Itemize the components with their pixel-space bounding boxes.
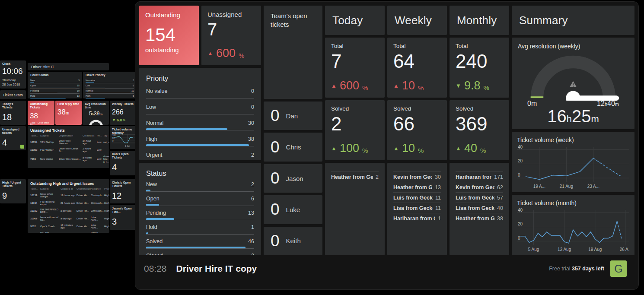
- up-arrow-icon: ▲: [393, 146, 399, 151]
- outstanding-tile: Outstanding 154 outstanding: [139, 6, 199, 65]
- bg-weekly-delta: ▼ 6.0%: [110, 116, 137, 122]
- down-arrow-icon: ▼: [456, 83, 461, 89]
- down-arrow-icon: ▼: [112, 118, 116, 122]
- bg-high-urgent-value: 9: [0, 188, 26, 201]
- clock-tile: Clock 10:06 Thursday 28 Jun 2018: [0, 60, 26, 89]
- table-row: 10152DH SHEFFIELD ERR...a day agoDriver …: [30, 207, 107, 215]
- svg-text:19 Aug: 19 Aug: [588, 247, 602, 252]
- bg-chris-open-tile: Chris's Open Tickets 12: [110, 179, 137, 203]
- weekly-solved-tile: Solved 66 ▲ 10 %: [387, 100, 447, 160]
- trial-status: Free trial 357 days left: [549, 266, 604, 272]
- priority-row: High38: [146, 136, 254, 146]
- table-header: Ticke...SubjectUpdated atOrganisationAss…: [30, 187, 107, 191]
- priority-tile: Priority No value0 Low0: [139, 68, 261, 160]
- bg-mini-gauge: 0m 5...: [84, 117, 108, 125]
- status-row: Hold1: [146, 224, 254, 235]
- svg-text:150: 150: [112, 132, 116, 133]
- gauge-knob: [566, 91, 580, 101]
- dashboard-title: Driver Hire IT copy: [176, 263, 257, 274]
- weekly-total-delta: ▲ 10 %: [393, 79, 441, 92]
- leaderboard-row: Heather from Geck... 13: [393, 182, 441, 192]
- bg-status-row: Hold13: [30, 95, 80, 98]
- bg-ticket-status-tile: Ticket Status New3 Open15 Pending10: [28, 72, 82, 98]
- today-header: Today: [325, 6, 385, 35]
- ticket-volume-month-title: Ticket volume (month): [517, 200, 629, 206]
- bg-ticket-priority-tile: Ticket Priority No value3 Low5 Normal10: [83, 72, 137, 98]
- status-row: Solved46: [146, 238, 254, 249]
- monthly-total-value: 240: [456, 51, 503, 72]
- bg-weekly-tickets-tile: Weekly Tickets 266 ▼ 6.0%: [110, 101, 137, 125]
- weekly-leaderboard: Kevin from Geckob... 30 Heather from Gec…: [387, 163, 447, 255]
- warning-icon: [570, 81, 577, 87]
- today-solved-value: 2: [331, 114, 379, 134]
- bg-dans-open-tile: Dan's Open Tickets 4: [110, 151, 137, 175]
- ticket-volume-week-title: Ticket volume (week): [517, 136, 629, 143]
- unassigned-tile: Unassigned 7 ▲ 600 %: [201, 6, 261, 65]
- bg-jason-open-value: 3: [110, 214, 137, 227]
- leaderboard-row: Hariharan from G... 171: [456, 171, 503, 182]
- bg-ticket-volume-monthly-tile: Ticket volume Monthly 1501005009 Jun: [110, 126, 137, 149]
- bg-weekly-value: 266: [110, 106, 137, 116]
- monthly-solved-value: 369: [456, 114, 503, 134]
- priority-rows: No value0 Low0 Normal30: [146, 88, 254, 160]
- ticket-volume-month-chart: 402005 Aug12 Aug19 Aug26 A...: [517, 206, 629, 254]
- svg-text:19 A...: 19 A...: [533, 184, 545, 189]
- teams-open-tickets-tile: Team's open tickets: [264, 6, 322, 99]
- leaderboard-row: Heather from Gecko... 2: [331, 171, 379, 182]
- today-total-tile: Total 7 ▲ 600 %: [325, 38, 385, 98]
- bg-todays-tickets-tile: Today's Tickets 18: [0, 101, 26, 125]
- today-total-value: 7: [331, 51, 379, 72]
- ticket-volume-month-tile: Ticket volume (month) 402005 Aug12 Aug19…: [512, 195, 634, 255]
- ticket-volume-week-tile: Ticket volume (week) 4020019 A...21 Aug2…: [512, 132, 634, 192]
- team-member-tile: 0 Dan: [264, 102, 322, 130]
- bg-issues-table-rows: 10159Issue when assigni...19 hours agoDr…: [30, 191, 107, 233]
- bg-ticket-status-title: Ticket Status: [28, 72, 82, 77]
- up-arrow-icon: ▲: [456, 146, 461, 151]
- status-row: Open6: [146, 196, 254, 206]
- weekly-solved-value: 66: [393, 114, 441, 134]
- monthly-solved-delta: ▲ 40 %: [456, 142, 503, 155]
- svg-text:5 Aug: 5 Aug: [528, 247, 539, 252]
- table-row: 9440Re: Aldi Performan...2 days agoDrive…: [30, 230, 107, 233]
- team-member-tile: 0 Keith: [264, 227, 322, 255]
- priority-row: Urgent2: [146, 152, 254, 160]
- priority-row: No value0: [146, 88, 254, 98]
- monthly-total-delta: ▼ 9.8 %: [456, 79, 503, 92]
- up-arrow-icon: ▲: [331, 83, 337, 89]
- weekly-solved-delta: ▲ 10 %: [393, 142, 441, 155]
- gauge-min-label: 0m: [527, 100, 537, 108]
- leaderboard-row: Hariharan from Gec... 1: [393, 213, 441, 223]
- weekly-header: Weekly: [387, 6, 447, 35]
- table-row: 10354VPN Set UpDriver Hire Newcas...an h…: [30, 138, 107, 146]
- bg-ticket-stats-label: Ticket Stats: [0, 90, 26, 99]
- gauge-max-label: 12h40m: [597, 100, 619, 108]
- today-solved-tile: Solved 2 ▲ 100 %: [325, 100, 385, 160]
- clock-date: 28 Jun 2018: [2, 82, 24, 86]
- bg-ticket-status-rows: New3 Open15 Pending10 Hold13: [28, 77, 82, 98]
- weekly-total-tile: Total 64 ▲ 10 %: [387, 38, 447, 98]
- bg-outstanding-goal: Goal - Less than 20: [28, 121, 54, 125]
- background-dashboard: Clock 10:06 Thursday 28 Jun 2018 Driver …: [0, 60, 137, 234]
- up-arrow-icon: ▲: [393, 83, 399, 89]
- leaderboard-row: Kevin from Geckob... 62: [456, 182, 503, 192]
- bg-issues-table-tile: Outstanding High and Urgent Issues Ticke…: [28, 179, 109, 233]
- bg-high-urgent-tile: High / Urgent Tickets 9: [0, 179, 26, 203]
- svg-text:20: 20: [518, 222, 523, 226]
- monthly-total-tile: Total 240 ▼ 9.8 %: [450, 38, 509, 98]
- bg-status-row: Open15: [30, 84, 80, 89]
- leaderboard-row: Heather from Geck... 38: [456, 213, 503, 223]
- team-member-tile: 0 Jason: [264, 164, 322, 193]
- bg-todays-tickets-value: 18: [0, 110, 26, 122]
- bg-unassigned-count-tile: Unassigned tickets 4: [0, 126, 26, 150]
- leaderboard-row: Kevin from Geckob... 30: [393, 171, 441, 182]
- bg-chris-open-value: 12: [110, 188, 137, 201]
- clock-weekday: Thursday: [2, 78, 24, 82]
- monthly-leaderboard: Hariharan from G... 171 Kevin from Gecko…: [450, 163, 509, 255]
- priority-row: Low0: [146, 104, 254, 114]
- svg-text:9 Jun: 9 Jun: [125, 145, 130, 147]
- clock-time: 10:06: [0, 66, 26, 76]
- bg-priority-row: High5: [86, 95, 134, 98]
- svg-text:23 A...: 23 A...: [587, 184, 599, 189]
- bg-status-row: New3: [30, 79, 80, 83]
- table-row: 10154FW: Booking export...21 hours agoDr…: [30, 199, 107, 207]
